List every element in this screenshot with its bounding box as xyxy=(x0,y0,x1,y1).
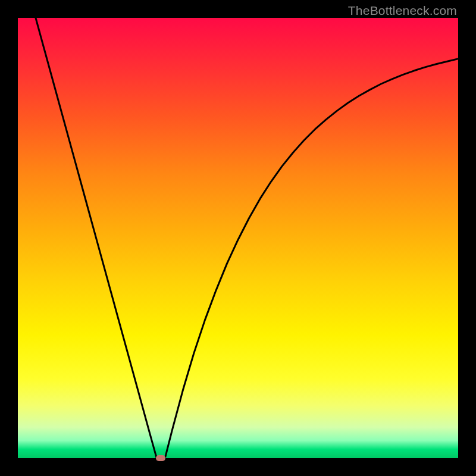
plot-area xyxy=(18,18,458,458)
curve-right-branch xyxy=(161,59,459,458)
minimum-marker xyxy=(156,455,165,461)
chart-frame: TheBottleneck.com xyxy=(0,0,476,476)
watermark-text: TheBottleneck.com xyxy=(348,4,457,18)
curve-left-branch xyxy=(36,18,161,458)
curve-svg xyxy=(18,18,458,458)
